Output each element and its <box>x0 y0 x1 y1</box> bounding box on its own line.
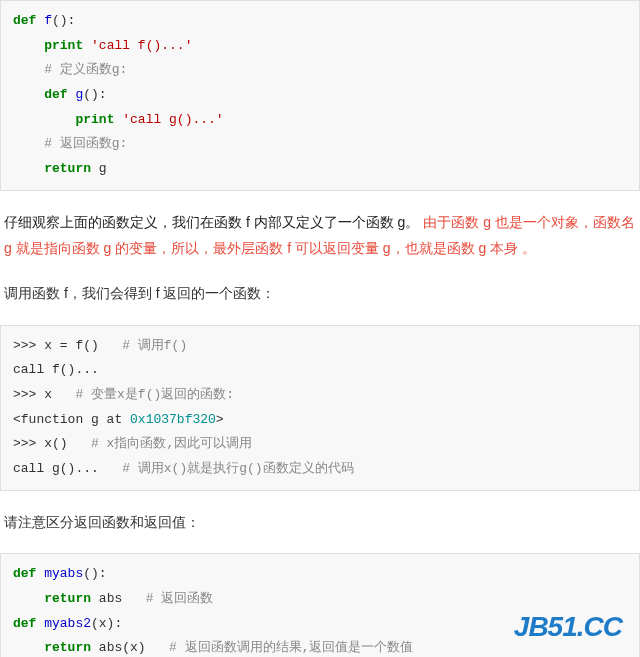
comment: # 定义函数g: <box>44 62 127 77</box>
kw-return: return <box>44 640 91 655</box>
comment: # 返回函数g: <box>44 136 127 151</box>
text: abs(x) <box>91 640 169 655</box>
output-line: call g()... <box>13 461 122 476</box>
indent <box>13 62 44 77</box>
kw-def: def <box>13 616 36 631</box>
comment: # x指向函数,因此可以调用 <box>91 436 252 451</box>
output-line: > <box>216 412 224 427</box>
code-block-3: def myabs(): return abs # 返回函数 def myabs… <box>0 553 640 657</box>
punct: (): <box>83 87 106 102</box>
punct: (): <box>52 13 75 28</box>
repl-line: >>> x() <box>13 436 91 451</box>
fn-name: f <box>36 13 52 28</box>
kw-print: print <box>75 112 114 127</box>
comment: # 变量x是f()返回的函数: <box>75 387 234 402</box>
fn-name: g <box>68 87 84 102</box>
indent <box>13 38 44 53</box>
repl-line: >>> x = f() <box>13 338 122 353</box>
fn-name: myabs2 <box>36 616 91 631</box>
indent <box>13 640 44 655</box>
punct: (): <box>83 566 106 581</box>
output-line: call f()... <box>13 362 99 377</box>
repl-line: >>> x <box>13 387 75 402</box>
kw-return: return <box>44 591 91 606</box>
kw-def: def <box>44 87 67 102</box>
para1-text: 仔细观察上面的函数定义，我们在函数 f 内部又定义了一个函数 g。 <box>4 214 419 230</box>
indent <box>13 591 44 606</box>
comment: # 返回函数调用的结果,返回值是一个数值 <box>169 640 413 655</box>
code-block-1: def f(): print 'call f()...' # 定义函数g: de… <box>0 0 640 191</box>
hex-number: 0x1037bf320 <box>130 412 216 427</box>
indent <box>13 136 44 151</box>
comment: # 调用x()就是执行g()函数定义的代码 <box>122 461 353 476</box>
kw-def: def <box>13 13 36 28</box>
text: g <box>91 161 107 176</box>
punct: (x): <box>91 616 122 631</box>
kw-def: def <box>13 566 36 581</box>
fn-name: myabs <box>36 566 83 581</box>
paragraph-1: 仔细观察上面的函数定义，我们在函数 f 内部又定义了一个函数 g。 由于函数 g… <box>0 209 640 262</box>
indent <box>13 87 44 102</box>
indent <box>13 161 44 176</box>
indent <box>13 112 75 127</box>
kw-return: return <box>44 161 91 176</box>
string: 'call f()...' <box>91 38 192 53</box>
comment: # 返回函数 <box>146 591 214 606</box>
kw-print: print <box>44 38 83 53</box>
output-line: <function g at <box>13 412 130 427</box>
text: abs <box>91 591 146 606</box>
code-block-2: >>> x = f() # 调用f() call f()... >>> x # … <box>0 325 640 491</box>
space <box>83 38 91 53</box>
paragraph-2: 调用函数 f，我们会得到 f 返回的一个函数： <box>0 280 640 307</box>
comment: # 调用f() <box>122 338 187 353</box>
paragraph-3: 请注意区分返回函数和返回值： <box>0 509 640 536</box>
string: 'call g()...' <box>122 112 223 127</box>
